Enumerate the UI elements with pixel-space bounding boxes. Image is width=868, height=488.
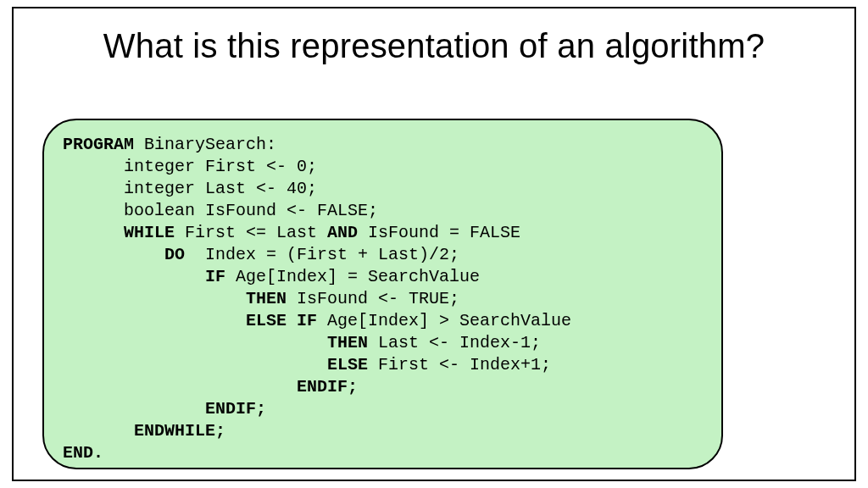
kw-else: ELSE [327, 355, 368, 374]
code-text: integer First <- 0; [63, 157, 317, 176]
code-text [63, 289, 246, 308]
kw-and: AND [327, 223, 358, 242]
pseudocode-box: PROGRAM BinarySearch: integer First <- 0… [42, 119, 723, 469]
code-text [63, 399, 205, 419]
kw-while: WHILE [124, 223, 175, 242]
kw-endif: ENDIF; [297, 377, 358, 396]
code-text [63, 311, 246, 330]
code-text [63, 223, 124, 242]
code-text: BinarySearch: [134, 135, 276, 154]
code-text: First <= Last [175, 223, 327, 242]
kw-do: DO [164, 245, 185, 264]
code-text: IsFound <- TRUE; [287, 289, 459, 308]
kw-endif: ENDIF; [205, 399, 266, 419]
kw-end: END. [63, 443, 103, 463]
code-text [63, 245, 164, 264]
code-text [63, 377, 297, 396]
code-text: Age[Index] = SearchValue [225, 267, 480, 286]
kw-then: THEN [327, 333, 368, 352]
slide-frame: What is this representation of an algori… [12, 7, 856, 481]
code-text: integer Last <- 40; [63, 179, 317, 198]
code-text: boolean IsFound <- FALSE; [63, 201, 378, 220]
kw-if: IF [205, 267, 225, 286]
code-text: First <- Index+1; [368, 355, 551, 374]
kw-elseif: ELSE IF [246, 311, 317, 330]
code-text: Last <- Index-1; [368, 333, 541, 352]
code-text: Age[Index] > SearchValue [317, 311, 571, 330]
code-text [63, 267, 205, 286]
kw-program: PROGRAM [63, 135, 134, 154]
code-text: Index = (First + Last)/2; [185, 245, 459, 264]
code-text: IsFound = FALSE [358, 223, 520, 242]
kw-then: THEN [246, 289, 287, 308]
code-text [63, 421, 134, 441]
slide-title: What is this representation of an algori… [14, 27, 854, 65]
code-text [63, 333, 327, 352]
code-text [63, 355, 327, 374]
kw-endwhile: ENDWHILE; [134, 421, 225, 441]
